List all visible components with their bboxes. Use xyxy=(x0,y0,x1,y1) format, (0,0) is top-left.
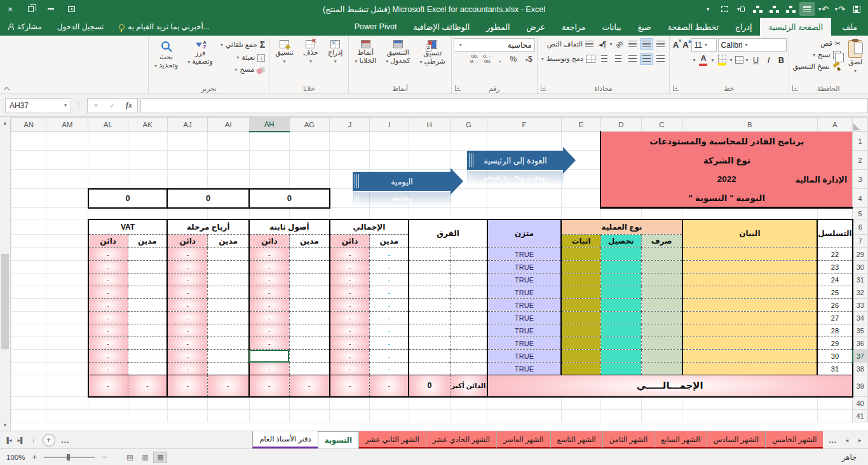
cell-G-31[interactable] xyxy=(450,274,487,286)
cell-AM[interactable] xyxy=(46,235,88,248)
cell-styles-button[interactable]: أنماطالخلايا ▾ xyxy=(351,38,380,67)
cell-J-29[interactable]: - xyxy=(330,248,370,261)
cell-AN[interactable] xyxy=(11,286,46,299)
cell-E-34[interactable] xyxy=(561,312,600,324)
cell-C-30[interactable] xyxy=(641,261,682,274)
column-header-AI[interactable]: AI xyxy=(208,118,249,132)
select-all-corner[interactable] xyxy=(853,118,868,132)
cell-G-37[interactable] xyxy=(450,350,487,363)
cell-AJ-33[interactable]: - xyxy=(167,299,207,312)
cell-C-34[interactable] xyxy=(641,312,682,324)
cell-H[interactable] xyxy=(409,410,450,422)
header-op-type[interactable]: نوع العملية xyxy=(561,219,682,235)
cell-B-33[interactable] xyxy=(682,299,817,312)
last-sheet-button[interactable]: ▸▌ xyxy=(15,434,27,447)
cell-E-33[interactable] xyxy=(561,299,600,312)
wrap-text-button[interactable]: التفاف النص xyxy=(545,39,595,50)
formula-bar-handle[interactable]: ⋮ xyxy=(74,102,85,109)
cell-AJ-37[interactable]: - xyxy=(167,350,207,363)
tab-إدراج[interactable]: إدراج xyxy=(727,18,761,36)
sheet-tab[interactable]: الشهر السادس xyxy=(707,431,765,448)
cell-AK-37[interactable] xyxy=(128,350,167,363)
cell-AM[interactable] xyxy=(46,324,88,337)
cell-AJ-30[interactable]: - xyxy=(167,261,207,274)
cell-AH[interactable] xyxy=(249,397,289,410)
cell-AH-33[interactable]: - xyxy=(249,299,289,312)
cell-I-30[interactable]: - xyxy=(370,261,409,274)
merge-center-button[interactable]: دمج وتوسيط▾ xyxy=(539,53,597,64)
cell-AM[interactable] xyxy=(46,170,88,189)
cell-AL-35[interactable]: - xyxy=(88,324,128,337)
subheader-record[interactable]: اثبات xyxy=(561,235,600,248)
row-header-3[interactable]: 3 xyxy=(853,170,868,189)
cell-G-38[interactable] xyxy=(450,363,487,375)
cell-E-31[interactable] xyxy=(561,274,600,286)
share-button[interactable]: مشاركة xyxy=(0,18,50,36)
cell-B-32[interactable] xyxy=(682,286,817,299)
row-header-37[interactable]: 37 xyxy=(853,350,868,363)
align-right-button[interactable] xyxy=(654,53,667,65)
cell-J-31[interactable]: - xyxy=(330,274,370,286)
cell-C-31[interactable] xyxy=(641,274,682,286)
cell-AL-31[interactable]: - xyxy=(88,274,128,286)
column-header-D[interactable]: D xyxy=(600,118,641,132)
row-header-41[interactable]: 41 xyxy=(853,410,868,422)
cell-AM[interactable] xyxy=(46,312,88,324)
cell-AN[interactable] xyxy=(11,170,46,189)
cell-C-32[interactable] xyxy=(641,286,682,299)
row-header-4[interactable]: 4 xyxy=(853,189,868,208)
cell-AN[interactable] xyxy=(11,219,46,235)
cell-F[interactable] xyxy=(487,208,561,219)
sheet-tab[interactable]: الشهر العاشر xyxy=(496,431,550,448)
cell-B[interactable] xyxy=(682,397,817,410)
column-header-A[interactable]: A xyxy=(817,118,853,132)
fill-button[interactable]: ↓تعبئة▾ xyxy=(219,52,267,63)
cell-AL[interactable] xyxy=(88,208,128,219)
cell-AK-33[interactable] xyxy=(128,299,167,312)
cell-AJ[interactable] xyxy=(167,170,207,189)
first-sheet-button[interactable]: ▐◂ xyxy=(3,434,14,447)
cell-AM[interactable] xyxy=(46,208,88,219)
zero-box-2[interactable]: 0 xyxy=(167,189,249,208)
cell-AM[interactable] xyxy=(46,337,88,350)
cell-AG[interactable] xyxy=(289,208,329,219)
scroll-down-button[interactable]: ▼ xyxy=(0,419,10,431)
cell-J[interactable] xyxy=(330,151,370,170)
cell-B-35[interactable] xyxy=(682,324,817,337)
decrease-indent-button[interactable] xyxy=(612,53,625,65)
minimize-button[interactable] xyxy=(41,0,61,18)
cell-AK[interactable] xyxy=(128,170,167,189)
cell-C[interactable] xyxy=(641,410,682,422)
align-bottom-button[interactable] xyxy=(626,38,639,50)
cell-I-32[interactable]: - xyxy=(370,286,409,299)
more-sheets-right[interactable]: ... xyxy=(825,436,840,444)
column-header-F[interactable]: F xyxy=(487,118,561,132)
cell-A-34[interactable]: 27 xyxy=(817,312,853,324)
cell-H-37[interactable] xyxy=(409,350,450,363)
cell-AJ-34[interactable]: - xyxy=(167,312,207,324)
cell-AK[interactable] xyxy=(128,397,167,410)
cell-F-33[interactable]: TRUE xyxy=(487,299,561,312)
vertical-scrollbar[interactable]: ▲ ▼ xyxy=(0,117,11,431)
cell-J-38[interactable]: - xyxy=(330,363,370,375)
cell-C-38[interactable] xyxy=(641,363,682,375)
row-header-5[interactable]: 5 xyxy=(853,208,868,219)
tab-بيانات[interactable]: بيانات xyxy=(594,18,630,36)
cell-J-32[interactable]: - xyxy=(330,286,370,299)
subheader-collect[interactable]: تحصيل xyxy=(600,235,641,248)
cell-AN[interactable] xyxy=(11,189,46,208)
normal-view-button[interactable]: ▦ xyxy=(153,452,167,463)
cell-AN[interactable] xyxy=(11,208,46,219)
tab-عرض[interactable]: عرض xyxy=(519,18,553,36)
cell-AH-38[interactable]: - xyxy=(249,363,289,375)
cell-AH[interactable] xyxy=(249,170,289,189)
sheet-title-block[interactable]: الإدارة المالية2022 xyxy=(600,170,852,189)
subheader-AH[interactable]: دائن xyxy=(249,235,289,248)
cell-J[interactable] xyxy=(330,132,370,151)
cell-AG-32[interactable] xyxy=(289,286,329,299)
cell-H-33[interactable] xyxy=(409,299,450,312)
cell-C-33[interactable] xyxy=(641,299,682,312)
cell-AG[interactable] xyxy=(289,170,329,189)
cell-I-34[interactable]: - xyxy=(370,312,409,324)
decrease-font-size-button[interactable]: A▼ xyxy=(672,40,680,50)
